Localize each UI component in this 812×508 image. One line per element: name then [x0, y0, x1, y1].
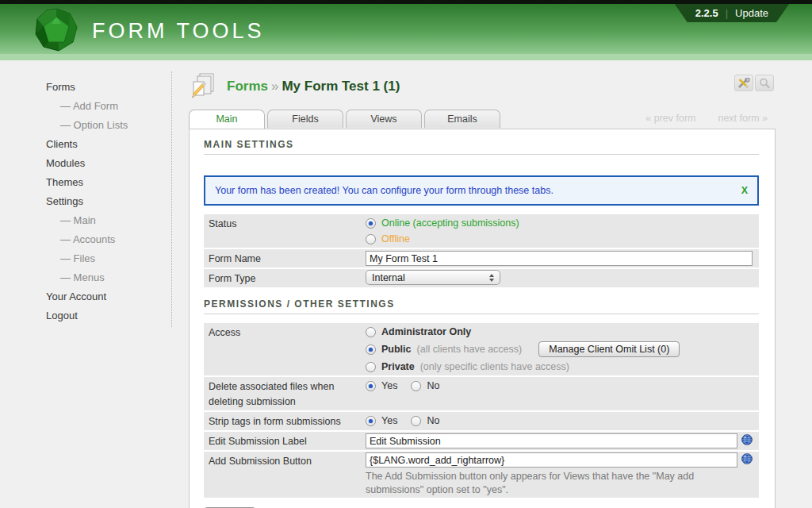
notice-message: Your form has been created! You can conf… — [215, 185, 553, 196]
version-separator: | — [726, 7, 728, 19]
tab-views[interactable]: Views — [346, 110, 422, 128]
delete-files-row: Delete associated files when deleting su… — [204, 377, 759, 412]
select-stepper-icon — [489, 274, 494, 282]
delete-files-yes-label: Yes — [381, 380, 397, 391]
brand-logo: FORM TOOLS — [33, 8, 265, 55]
access-public-radio[interactable] — [366, 344, 376, 355]
main-settings-table: Status Online (accepting submissions) Of… — [204, 214, 759, 287]
form-type-selected-value: Internal — [372, 272, 405, 283]
form-pager: « prev form next form » — [645, 113, 768, 124]
status-row: Status Online (accepting submissions) Of… — [204, 214, 759, 249]
brand-name: FORM TOOLS — [92, 19, 265, 44]
form-name-input[interactable] — [366, 251, 753, 266]
main-settings-heading: MAIN SETTINGS — [204, 139, 759, 151]
delete-files-no-label: No — [427, 380, 439, 391]
title-icon-buttons — [734, 75, 774, 91]
sidebar-item-settings-files[interactable]: — Files — [0, 249, 172, 268]
access-admin-label: Administrator Only — [381, 326, 471, 337]
delete-files-label: Delete associated files when deleting su… — [209, 378, 366, 410]
tab-main[interactable]: Main — [189, 110, 265, 129]
delete-files-yes-radio[interactable] — [366, 381, 376, 391]
status-label: Status — [209, 215, 366, 247]
top-strip — [0, 0, 812, 4]
sidebar-item-settings[interactable]: Settings — [0, 192, 172, 211]
main-content: Forms»My Form Test 1 (1) Main F — [189, 67, 776, 508]
sidebar-item-modules[interactable]: Modules — [0, 154, 172, 173]
tab-bar: Main Fields Views Emails « prev form nex… — [189, 110, 776, 129]
status-online-radio[interactable] — [366, 218, 376, 229]
strip-tags-yes-radio[interactable] — [366, 416, 376, 426]
edit-submission-label-label: Edit Submission Label — [209, 433, 366, 449]
access-public-note: (all clients have access) — [417, 344, 523, 355]
status-online-label: Online (accepting submissions) — [381, 217, 519, 229]
form-name-label: Form Name — [209, 250, 366, 267]
add-submission-help-text: The Add Submission button only appears f… — [366, 470, 753, 497]
breadcrumb-forms-link[interactable]: Forms — [227, 79, 268, 94]
page-title: My Form Test 1 (1) — [282, 79, 400, 94]
form-type-row: Form Type Internal — [204, 269, 759, 287]
form-type-label: Form Type — [209, 270, 366, 287]
version-badge: 2.2.5 | Update — [675, 4, 789, 22]
search-button[interactable] — [755, 75, 774, 91]
sidebar-item-settings-menus[interactable]: — Menus — [0, 268, 172, 287]
sidebar-item-settings-accounts[interactable]: — Accounts — [0, 230, 172, 249]
sidebar-item-logout[interactable]: Logout — [0, 306, 172, 325]
access-private-radio[interactable] — [366, 362, 376, 372]
globe-icon[interactable] — [741, 453, 753, 467]
status-offline-radio[interactable] — [366, 234, 376, 244]
sidebar-item-settings-main[interactable]: — Main — [0, 211, 172, 230]
edit-tools-button[interactable] — [734, 75, 753, 91]
access-row: Access Administrator Only Public (all cl… — [204, 323, 759, 377]
strip-tags-no-radio[interactable] — [411, 416, 421, 426]
breadcrumb-separator: » — [268, 79, 282, 94]
update-version-link[interactable]: Update — [735, 7, 768, 19]
add-submission-button-input[interactable] — [366, 452, 737, 468]
tab-fields[interactable]: Fields — [267, 110, 343, 128]
globe-icon[interactable] — [741, 434, 753, 448]
access-admin-radio[interactable] — [366, 327, 376, 337]
strip-tags-yes-label: Yes — [381, 415, 397, 426]
version-number: 2.2.5 — [695, 7, 718, 19]
edit-submission-label-row: Edit Submission Label — [204, 432, 759, 452]
access-label: Access — [209, 324, 366, 375]
sidebar-item-option-lists[interactable]: — Option Lists — [0, 116, 172, 135]
prev-form-link[interactable]: « prev form — [645, 113, 695, 124]
tools-icon — [737, 78, 750, 89]
tab-content-panel: MAIN SETTINGS Your form has been created… — [189, 129, 776, 508]
sidebar-item-forms[interactable]: Forms — [0, 78, 172, 97]
status-offline-label: Offline — [381, 233, 410, 244]
strip-tags-no-label: No — [427, 415, 439, 426]
sidebar: Forms — Add Form — Option Lists Clients … — [0, 67, 172, 325]
page-title-row: Forms»My Form Test 1 (1) — [189, 67, 776, 110]
strip-tags-row: Strip tags in form submissions Yes No — [204, 412, 759, 432]
sidebar-menu: Forms — Add Form — Option Lists Clients … — [0, 78, 172, 325]
permissions-table: Access Administrator Only Public (all cl… — [204, 323, 759, 498]
sidebar-item-your-account[interactable]: Your Account — [0, 287, 172, 306]
close-icon[interactable]: X — [741, 185, 748, 196]
next-form-link[interactable]: next form » — [718, 113, 768, 124]
permissions-heading: PERMISSIONS / OTHER SETTINGS — [204, 298, 759, 310]
delete-files-no-radio[interactable] — [411, 381, 421, 391]
sidebar-divider — [171, 71, 172, 327]
tab-emails[interactable]: Emails — [424, 110, 500, 128]
sidebar-item-themes[interactable]: Themes — [0, 173, 172, 192]
gem-logo-icon — [33, 8, 79, 55]
access-public-label: Public — [381, 344, 412, 355]
success-notice: Your form has been created! You can conf… — [204, 175, 759, 206]
edit-submission-label-input[interactable] — [366, 433, 737, 448]
heading-rule-2 — [204, 314, 759, 314]
form-edit-icon — [189, 71, 217, 102]
add-submission-button-row: Add Submission Button — [204, 452, 759, 498]
search-icon — [759, 78, 771, 89]
heading-rule — [204, 154, 759, 155]
manage-client-omit-list-button[interactable]: Manage Client Omit List (0) — [538, 341, 680, 357]
form-type-select[interactable]: Internal — [366, 270, 500, 285]
add-submission-button-label: Add Submission Button — [209, 452, 366, 497]
access-private-note: (only specific clients have access) — [420, 361, 569, 372]
strip-tags-label: Strip tags in form submissions — [209, 413, 366, 429]
breadcrumb: Forms»My Form Test 1 (1) — [227, 79, 400, 94]
sidebar-item-clients[interactable]: Clients — [0, 135, 172, 154]
access-private-label: Private — [381, 361, 415, 372]
form-name-row: Form Name — [204, 249, 759, 269]
sidebar-item-add-form[interactable]: — Add Form — [0, 97, 172, 116]
